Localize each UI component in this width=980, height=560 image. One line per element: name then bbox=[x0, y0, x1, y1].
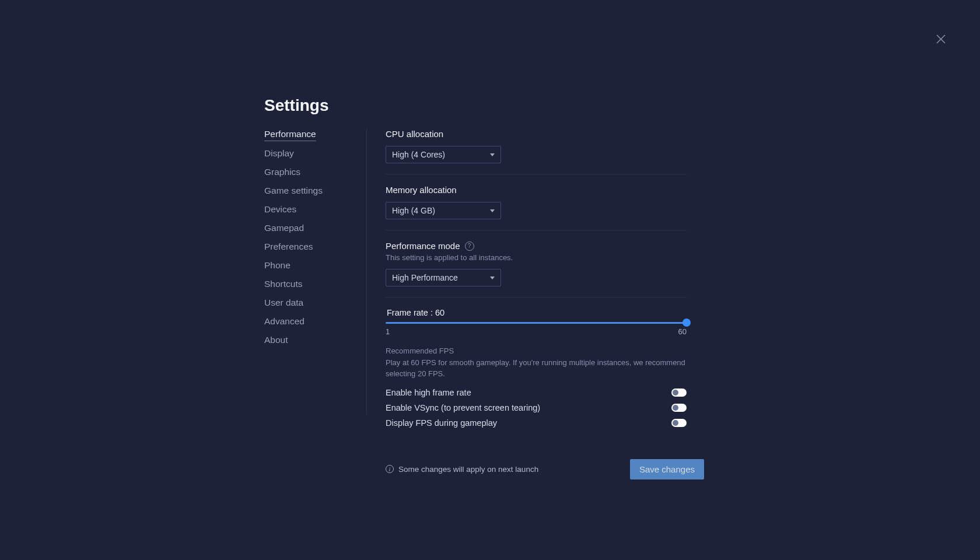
settings-sidebar: Performance Display Graphics Game settin… bbox=[264, 96, 366, 480]
caret-down-icon bbox=[490, 153, 495, 156]
toggle-vsync-label: Enable VSync (to prevent screen tearing) bbox=[386, 403, 540, 412]
toggle-knob bbox=[673, 420, 678, 426]
sidebar-item-advanced[interactable]: Advanced bbox=[264, 316, 304, 328]
settings-footer: i Some changes will apply on next launch… bbox=[386, 459, 704, 480]
toggle-vsync-row: Enable VSync (to prevent screen tearing) bbox=[386, 403, 687, 412]
cpu-select-value: High (4 Cores) bbox=[392, 150, 445, 159]
caret-down-icon bbox=[490, 209, 495, 212]
memory-select[interactable]: High (4 GB) bbox=[386, 202, 501, 219]
sidebar-item-shortcuts[interactable]: Shortcuts bbox=[264, 279, 302, 290]
sidebar-item-game-settings[interactable]: Game settings bbox=[264, 186, 323, 197]
info-icon: i bbox=[386, 465, 394, 473]
performance-mode-label-text: Performance mode bbox=[386, 241, 460, 251]
sidebar-item-preferences[interactable]: Preferences bbox=[264, 242, 313, 253]
caret-down-icon bbox=[490, 276, 495, 279]
sidebar-item-phone[interactable]: Phone bbox=[264, 260, 290, 272]
toggle-high-frame-rate-label: Enable high frame rate bbox=[386, 388, 471, 397]
settings-content: CPU allocation High (4 Cores) Memory all… bbox=[386, 96, 687, 480]
recommended-fps-desc: Play at 60 FPS for smooth gameplay. If y… bbox=[386, 358, 687, 380]
sidebar-item-display[interactable]: Display bbox=[264, 148, 294, 160]
toggle-knob bbox=[673, 390, 678, 396]
memory-section: Memory allocation High (4 GB) bbox=[386, 185, 687, 230]
help-icon[interactable]: ? bbox=[465, 242, 474, 251]
performance-mode-label: Performance mode ? bbox=[386, 241, 687, 251]
close-button[interactable] bbox=[934, 32, 948, 46]
framerate-slider-thumb[interactable] bbox=[682, 318, 691, 327]
vertical-divider bbox=[366, 129, 367, 415]
sidebar-item-user-data[interactable]: User data bbox=[264, 298, 303, 309]
cpu-select[interactable]: High (4 Cores) bbox=[386, 146, 501, 163]
performance-mode-section: Performance mode ? This setting is appli… bbox=[386, 241, 687, 298]
footer-note-text: Some changes will apply on next launch bbox=[398, 465, 538, 474]
framerate-slider[interactable] bbox=[386, 322, 687, 324]
toggle-high-frame-rate-row: Enable high frame rate bbox=[386, 388, 687, 397]
framerate-max: 60 bbox=[678, 327, 687, 336]
toggle-display-fps[interactable] bbox=[671, 419, 687, 427]
cpu-label: CPU allocation bbox=[386, 129, 687, 139]
toggle-high-frame-rate[interactable] bbox=[671, 388, 687, 397]
framerate-label: Frame rate : 60 bbox=[386, 308, 687, 317]
sidebar-item-devices[interactable]: Devices bbox=[264, 204, 296, 216]
framerate-section: Frame rate : 60 1 60 Recommended FPS Pla… bbox=[386, 308, 687, 438]
performance-mode-sublabel: This setting is applied to all instances… bbox=[386, 253, 687, 262]
toggle-vsync[interactable] bbox=[671, 404, 687, 412]
toggle-display-fps-label: Display FPS during gameplay bbox=[386, 418, 497, 428]
cpu-section: CPU allocation High (4 Cores) bbox=[386, 129, 687, 174]
toggle-knob bbox=[673, 405, 678, 411]
sidebar-item-gamepad[interactable]: Gamepad bbox=[264, 223, 304, 235]
memory-select-value: High (4 GB) bbox=[392, 206, 435, 215]
sidebar-item-performance[interactable]: Performance bbox=[264, 129, 316, 141]
framerate-range: 1 60 bbox=[386, 327, 687, 336]
toggle-display-fps-row: Display FPS during gameplay bbox=[386, 418, 687, 428]
sidebar-item-graphics[interactable]: Graphics bbox=[264, 167, 300, 178]
memory-label: Memory allocation bbox=[386, 185, 687, 195]
page-title: Settings bbox=[264, 96, 328, 115]
close-icon bbox=[936, 34, 946, 44]
save-changes-button[interactable]: Save changes bbox=[630, 459, 704, 480]
performance-mode-select[interactable]: High Performance bbox=[386, 269, 501, 286]
recommended-fps-title: Recommended FPS bbox=[386, 346, 687, 355]
performance-mode-select-value: High Performance bbox=[392, 273, 458, 282]
framerate-min: 1 bbox=[386, 327, 390, 336]
sidebar-item-about[interactable]: About bbox=[264, 335, 288, 346]
footer-note: i Some changes will apply on next launch bbox=[386, 465, 538, 474]
